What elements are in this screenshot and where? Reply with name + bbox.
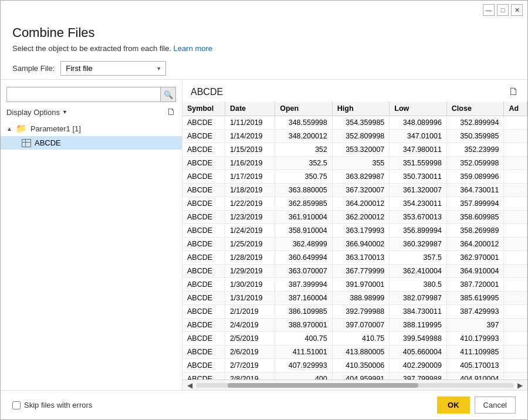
table-cell: 405.660004 xyxy=(390,346,447,359)
table-row: ABCDE1/22/2019362.859985364.200012354.23… xyxy=(182,197,527,211)
table-cell: 358.609985 xyxy=(446,211,504,224)
table-cell: ABCDE xyxy=(182,278,225,292)
table-cell: 2/8/2019 xyxy=(225,372,275,380)
table-cell: 382.079987 xyxy=(390,292,447,305)
table-cell: 397.799988 xyxy=(390,372,447,380)
scroll-thumb xyxy=(228,383,418,388)
table-cell: 353.320007 xyxy=(332,143,390,157)
table-cell: 1/24/2019 xyxy=(225,224,275,238)
table-cell: 384.730011 xyxy=(390,305,447,319)
scroll-left-arrow[interactable]: ◀ xyxy=(185,381,195,389)
restore-button[interactable]: □ xyxy=(497,4,509,16)
display-options-row: Display Options ▼ 🗋 xyxy=(1,106,182,121)
display-options-label: Display Options xyxy=(6,108,60,117)
scroll-right-arrow[interactable]: ▶ xyxy=(515,381,525,389)
table-cell: 402.290009 xyxy=(390,359,447,372)
table-cell: ABCDE xyxy=(182,184,225,197)
table-row: ABCDE1/28/2019360.649994363.170013357.53… xyxy=(182,251,527,265)
table-cell-ad xyxy=(504,143,527,157)
table-cell: 347.01001 xyxy=(390,130,447,143)
table-cell: ABCDE xyxy=(182,143,225,157)
table-row: ABCDE1/30/2019387.399994391.970001380.53… xyxy=(182,278,527,292)
table-cell: 380.5 xyxy=(390,278,447,292)
table-cell: 2/5/2019 xyxy=(225,332,275,346)
bottom-scroll-bar[interactable]: ◀ ▶ xyxy=(182,380,527,390)
col-open: Open xyxy=(275,101,333,116)
cancel-button[interactable]: Cancel xyxy=(475,397,516,414)
table-cell: 352.809998 xyxy=(332,130,390,143)
table-row: ABCDE1/31/2019387.160004388.98999382.079… xyxy=(182,292,527,305)
table-cell: 352.899994 xyxy=(446,116,504,130)
table-cell: 1/25/2019 xyxy=(225,238,275,251)
table-cell: 410.179993 xyxy=(446,332,504,346)
table-row: ABCDE1/24/2019358.910004363.179993356.89… xyxy=(182,224,527,238)
table-cell: 1/23/2019 xyxy=(225,211,275,224)
table-cell: 350.730011 xyxy=(390,170,447,184)
table-cell: 2/1/2019 xyxy=(225,305,275,319)
table-cell: 387.160004 xyxy=(275,292,333,305)
scroll-track[interactable] xyxy=(196,383,514,388)
close-button[interactable]: ✕ xyxy=(511,4,523,16)
table-cell-ad xyxy=(504,372,527,380)
table-cell: ABCDE xyxy=(182,116,225,130)
table-cell: 391.970001 xyxy=(332,278,390,292)
table-cell: 405.170013 xyxy=(446,359,504,372)
table-cell: ABCDE xyxy=(182,224,225,238)
table-cell: 410.350006 xyxy=(332,359,390,372)
table-row: ABCDE2/8/2019400404.959991397.799988404.… xyxy=(182,372,527,380)
table-row: ABCDE1/14/2019348.200012352.809998347.01… xyxy=(182,130,527,143)
table-cell: 360.329987 xyxy=(390,238,447,251)
table-cell: 1/15/2019 xyxy=(225,143,275,157)
table-cell: 411.51001 xyxy=(275,346,333,359)
minimize-button[interactable]: — xyxy=(483,4,495,16)
ok-button[interactable]: OK xyxy=(437,397,470,414)
tree-folder[interactable]: ▲ 📁 Parameter1 [1] xyxy=(1,121,182,136)
learn-more-link[interactable]: Learn more xyxy=(174,44,212,53)
table-cell: 359.089996 xyxy=(446,170,504,184)
table-cell: 361.910004 xyxy=(275,211,333,224)
table-cell: 363.179993 xyxy=(332,224,390,238)
table-row: ABCDE2/6/2019411.51001413.880005405.6600… xyxy=(182,346,527,359)
preview-title: ABCDE xyxy=(191,87,223,97)
new-query-button[interactable]: 🗋 xyxy=(167,107,176,117)
table-cell-ad xyxy=(504,278,527,292)
table-cell: 364.200012 xyxy=(332,197,390,211)
skip-files-checkbox[interactable] xyxy=(12,401,21,409)
search-input[interactable] xyxy=(7,87,160,101)
table-cell: 363.170013 xyxy=(332,251,390,265)
table-header-row: Symbol Date Open High Low Close Ad xyxy=(182,101,527,116)
export-button[interactable]: 🗋 xyxy=(509,86,519,98)
table-cell: 352.5 xyxy=(275,157,333,170)
search-button[interactable]: 🔍 xyxy=(160,87,175,101)
table-cell: 392.799988 xyxy=(332,305,390,319)
table-cell: 362.859985 xyxy=(275,197,333,211)
display-options-button[interactable]: Display Options ▼ xyxy=(6,108,67,117)
dialog-footer: Skip files with errors OK Cancel xyxy=(1,390,527,419)
skip-files-label: Skip files with errors xyxy=(24,401,92,409)
export-icon: 🗋 xyxy=(509,86,519,97)
table-cell: 2/7/2019 xyxy=(225,359,275,372)
sample-file-select[interactable]: First file xyxy=(60,61,166,76)
table-cell-ad xyxy=(504,157,527,170)
table-cell: 358.910004 xyxy=(275,224,333,238)
table-cell: ABCDE xyxy=(182,238,225,251)
table-cell-ad xyxy=(504,305,527,319)
dialog-body: 🔍 Display Options ▼ 🗋 ▲ 📁 Parameter1 [1] xyxy=(1,79,527,390)
col-date: Date xyxy=(225,101,275,116)
table-cell: 387.720001 xyxy=(446,278,504,292)
table-row: ABCDE2/4/2019388.970001397.070007388.119… xyxy=(182,319,527,332)
table-cell: ABCDE xyxy=(182,130,225,143)
col-low: Low xyxy=(390,101,447,116)
right-panel: ABCDE 🗋 Symbol Date Open High Low Close xyxy=(182,80,527,390)
table-cell: 350.359985 xyxy=(446,130,504,143)
table-cell-ad xyxy=(504,238,527,251)
table-cell: 1/31/2019 xyxy=(225,292,275,305)
table-cell: 354.359985 xyxy=(332,116,390,130)
table-cell-ad xyxy=(504,211,527,224)
table-cell-ad xyxy=(504,197,527,211)
table-wrapper[interactable]: Symbol Date Open High Low Close Ad ABCDE… xyxy=(182,101,527,380)
table-cell: ABCDE xyxy=(182,197,225,211)
data-table: Symbol Date Open High Low Close Ad ABCDE… xyxy=(182,101,527,380)
tree-item[interactable]: ABCDE xyxy=(1,136,182,150)
table-cell: 404.959991 xyxy=(332,372,390,380)
